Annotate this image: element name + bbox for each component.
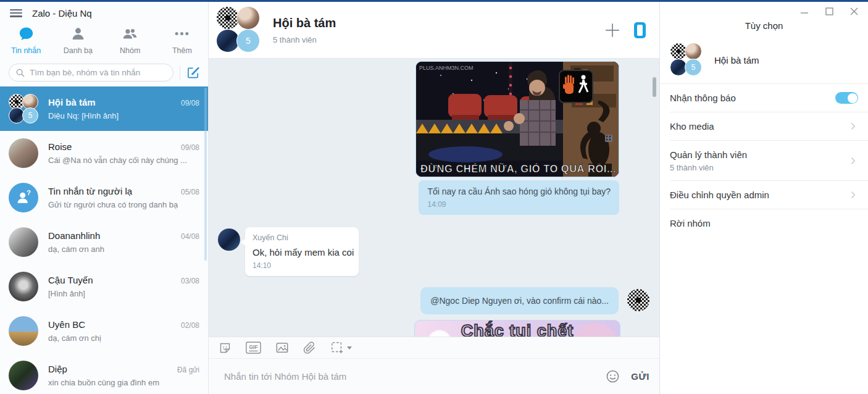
conversation-date: 03/08 (181, 277, 199, 285)
conversation-name: Cậu Tuyến (48, 275, 181, 285)
chat-subtitle: 5 thành viên (273, 35, 336, 44)
gif-caption: ĐỪNG CHÉM NỮA, GIÓ TO QUÁ RỒI... ! (420, 162, 619, 174)
maximize-icon[interactable] (825, 7, 833, 15)
app-title: Zalo - Diệu Nq (32, 8, 92, 19)
sidebar: Zalo - Diệu Nq Tin nhắn Danh bạ (0, 2, 208, 394)
conversation-name: Diệp (48, 364, 177, 374)
member-count-badge: 5 (22, 107, 38, 124)
image-caption: Chắc tui chết (415, 322, 620, 337)
message-time: 14:10 (252, 261, 351, 270)
avatar (9, 227, 38, 257)
option-label: Quản lý thành viên (670, 149, 747, 160)
gif-watermark: PLUS.ANHM3N.COM (419, 65, 474, 71)
message-time: 14:09 (427, 200, 611, 209)
close-icon[interactable] (850, 7, 858, 15)
conversation-item[interactable]: Cậu Tuyến 03/08 [Hình ảnh] (0, 264, 208, 309)
option-media-library[interactable]: Kho media (660, 112, 868, 140)
tab-label: Tin nhắn (11, 46, 41, 55)
avatar (9, 316, 38, 346)
chevron-right-icon (848, 121, 858, 132)
group-avatar[interactable]: 5 (670, 43, 703, 77)
divider (180, 65, 180, 80)
conversation-preview: [Hình ảnh] (48, 289, 199, 298)
panel-title: Tùy chọn (660, 20, 868, 36)
chat-scrollbar[interactable] (653, 77, 656, 97)
conversation-preview: Cái @Na nó vẫn chày cối này chúng ... (48, 156, 199, 165)
message-input[interactable] (224, 371, 606, 382)
avatar (9, 272, 38, 301)
option-label: Nhận thông báo (670, 93, 736, 103)
chevron-down-icon[interactable] (347, 346, 352, 350)
chevron-right-icon (848, 190, 858, 200)
add-member-icon[interactable] (604, 22, 620, 38)
conversation-item[interactable]: Diệp Đã gửi xin chia buồn cùng gia đình … (0, 353, 208, 394)
conversation-item[interactable]: Doananhlinh 04/08 dạ, cám ơn anh (0, 220, 208, 264)
conversation-preview: xin chia buồn cùng gia đình em (48, 378, 199, 387)
tab-more[interactable]: Thêm (156, 26, 208, 55)
conversation-date: 05/08 (181, 188, 199, 196)
avatar (9, 138, 38, 168)
gif-icon[interactable]: GIF (246, 342, 261, 354)
send-button[interactable]: GỬI (631, 371, 649, 382)
group-avatar[interactable]: 5 (216, 6, 263, 54)
tab-label: Thêm (172, 46, 192, 55)
option-leave-group[interactable]: Rời nhóm (660, 209, 868, 237)
conversation-name: Doananhlinh (48, 230, 181, 241)
ellipsis-icon (174, 26, 190, 44)
conversation-preview: Gửi từ người chưa có trong danh bạ (48, 200, 199, 209)
search-box (9, 64, 173, 82)
image-message[interactable]: Chắc tui chết (414, 320, 620, 337)
tab-contacts[interactable]: Danh bạ (52, 26, 104, 55)
stranger-avatar-icon: ? (9, 183, 38, 212)
tab-label: Danh bạ (64, 46, 93, 55)
minimize-icon[interactable] (801, 7, 809, 15)
conversation-preview: Diệu Nq: [Hình ảnh] (48, 111, 199, 120)
chat-bubble-icon (19, 26, 34, 44)
composer: GỬI (209, 358, 659, 394)
member-count-badge: 5 (685, 59, 702, 76)
option-label: Kho media (670, 121, 714, 132)
sidebar-tabs: Tin nhắn Danh bạ Nhóm (0, 24, 208, 59)
chat-header: 5 Hội bà tám 5 thành viên (209, 2, 659, 59)
message-bubble-outgoing: Tối nay ra cầu Ánh sao hóng gió không tụ… (419, 180, 619, 215)
chat-area: 5 Hội bà tám 5 thành viên (208, 2, 659, 394)
attachment-icon[interactable] (303, 342, 316, 354)
group-name: Hội bà tám (714, 55, 759, 65)
conversation-name: Roise (48, 141, 181, 152)
conversation-item[interactable]: 5 Hội bà tám 09/08 Diệu Nq: [Hình ảnh] (0, 86, 208, 131)
conversation-item[interactable]: Uyên BC 02/08 dạ, cám ơn chị (0, 309, 208, 353)
gif-icon-label: GIF (249, 344, 257, 350)
emoji-icon[interactable] (606, 369, 620, 384)
composer-toolbar: GIF (209, 337, 659, 358)
message-text: @Ngoc Diep Nguyen ơi, vào confirm cái nà… (430, 296, 609, 306)
tab-label: Nhóm (120, 46, 140, 55)
notifications-toggle[interactable] (835, 92, 858, 104)
toggle-panel-icon[interactable] (634, 22, 646, 38)
sticker-icon[interactable] (219, 342, 232, 354)
option-manage-members[interactable]: Quản lý thành viên 5 thành viên (660, 141, 868, 180)
image-icon[interactable] (275, 341, 289, 354)
chevron-right-icon (848, 156, 858, 166)
sidebar-scrollbar[interactable] (204, 88, 207, 261)
tab-groups[interactable]: Nhóm (104, 26, 156, 55)
conversation-name: Tin nhắn từ người lạ (48, 186, 181, 196)
message-text: Tối nay ra cầu Ánh sao hóng gió không tụ… (427, 187, 611, 196)
option-admin-rights[interactable]: Điều chỉnh quyền admin (660, 181, 868, 209)
option-notifications[interactable]: Nhận thông báo (660, 84, 868, 112)
chat-title: Hội bà tám (273, 16, 336, 30)
search-icon (15, 68, 25, 78)
screenshot-icon[interactable] (330, 341, 352, 354)
sender-avatar[interactable] (218, 228, 240, 251)
hamburger-menu-icon[interactable] (10, 9, 22, 17)
conversation-date: 02/08 (181, 321, 199, 330)
gif-message-image[interactable]: PLUS.ANHM3N.COM ĐỪNG CHÉM NỮA, GIÓ TO QU… (415, 61, 619, 177)
option-label: Điều chỉnh quyền admin (670, 190, 769, 200)
compose-icon[interactable] (186, 65, 201, 80)
sender-avatar[interactable] (627, 289, 649, 311)
conversation-item[interactable]: Roise 09/08 Cái @Na nó vẫn chày cối này … (0, 131, 208, 175)
tab-messages[interactable]: Tin nhắn (0, 26, 52, 55)
search-input[interactable] (30, 68, 167, 77)
options-panel: Tùy chọn 5 Hội bà tám Nhận thông báo Kho… (659, 2, 868, 394)
conversation-preview: dạ, cám ơn anh (48, 245, 199, 254)
conversation-item[interactable]: ? Tin nhắn từ người lạ 05/08 Gửi từ ngườ… (0, 175, 208, 220)
